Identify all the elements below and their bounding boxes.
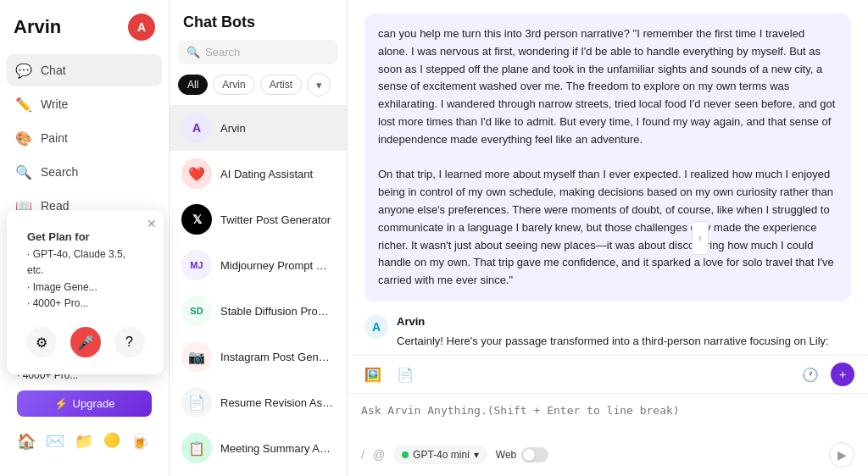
model-status-dot <box>402 451 409 458</box>
collapse-panel-button[interactable]: ‹ <box>692 221 709 255</box>
beer-icon[interactable]: 🍺 <box>131 432 149 451</box>
upgrade-plan-button[interactable]: ⚡ Upgrade <box>17 390 152 417</box>
chat-messages: can you help me turn this into 3rd perso… <box>348 0 868 355</box>
settings-button[interactable]: ⚙ <box>26 327 57 357</box>
bot-avatar-twitter: 𝕏 <box>181 204 212 235</box>
bot-item-stable-diff[interactable]: SD Stable Diffusion Promp... <box>170 288 347 334</box>
chatbots-search-bar[interactable]: 🔍 Search <box>178 40 338 64</box>
image-toolbar-button[interactable]: 🖼️ <box>361 363 385 386</box>
sidebar-item-label-search: Search <box>41 165 78 179</box>
web-toggle-switch[interactable] <box>521 447 548 462</box>
sidebar-item-label-chat: Chat <box>41 64 66 77</box>
sidebar-item-paint[interactable]: 🎨 Paint <box>7 122 162 154</box>
popup-notification: ✕ Get Plan for · GPT-4o, Claude 3.5, etc… <box>7 210 164 374</box>
bot-name-ai-dating: AI Dating Assistant <box>220 168 313 180</box>
model-chevron-icon: ▾ <box>474 449 479 461</box>
home-icon[interactable]: 🏠 <box>17 432 36 451</box>
chevron-down-icon: ▾ <box>316 79 322 91</box>
popup-detail3: · 4000+ Pro... <box>27 297 88 309</box>
sidebar-footer: 🏠 ✉️ 📁 🟡 🍺 <box>7 425 162 457</box>
sidebar-bottom: ✕ Get Plan for · GPT-4o, Claude 3.5, etc… <box>0 301 169 466</box>
at-mention-icon[interactable]: @ <box>373 448 385 462</box>
popup-plan-text: Get Plan for · GPT-4o, Claude 3.5, etc. … <box>17 220 153 320</box>
send-button[interactable]: ▶ <box>829 442 854 468</box>
user-message-1-text: can you help me turn this into 3rd perso… <box>378 27 835 146</box>
slash-command-icon[interactable]: / <box>361 448 364 462</box>
chat-toolbar-left: 🖼️ 📄 <box>361 363 417 386</box>
chatbots-title: Chat Bots <box>170 0 347 40</box>
popup-detail1: · GPT-4o, Claude 3.5, etc. <box>27 248 125 276</box>
send-icon: ▶ <box>837 448 847 462</box>
bot-item-midjourney[interactable]: MJ Midjourney Prompt Ge... <box>170 242 347 288</box>
bot-avatar-resume: 📄 <box>181 387 212 418</box>
bot-item-arvin[interactable]: A Arvin <box>170 105 347 151</box>
bot-item-tech-support[interactable]: 🛠️ Tech Support Advisor <box>170 471 347 476</box>
popup-close-button[interactable]: ✕ <box>147 217 157 230</box>
bot-response-content: Arvin Certainly! Here's your passage tra… <box>397 315 851 355</box>
user-message-1: can you help me turn this into 3rd perso… <box>364 14 851 302</box>
mic-button[interactable]: 🎤 <box>70 327 101 357</box>
bot-name-arvin: Arvin <box>220 122 246 135</box>
sidebar-item-chat[interactable]: 💬 Chat <box>7 54 162 86</box>
bot-response-avatar: A <box>364 315 388 339</box>
sidebar-item-label-write: Write <box>41 97 68 111</box>
bot-name-meeting: Meeting Summary Assi... <box>220 442 335 455</box>
folder-icon[interactable]: 📁 <box>75 432 93 451</box>
bot-item-meeting[interactable]: 📋 Meeting Summary Assi... <box>170 425 347 471</box>
input-footer-left: / @ GPT-4o mini ▾ Web <box>361 446 548 464</box>
search-placeholder: Search <box>205 46 240 58</box>
bot-avatar-midjourney: MJ <box>181 250 212 280</box>
chrome-icon[interactable]: 🟡 <box>103 432 120 451</box>
model-selector[interactable]: GPT-4o mini ▾ <box>393 446 487 464</box>
sidebar-item-search[interactable]: 🔍 Search <box>7 156 162 188</box>
chatbots-list: A Arvin ❤️ AI Dating Assistant 𝕏 Twitter… <box>170 105 347 476</box>
settings-icon: ⚙ <box>36 335 47 351</box>
new-chat-button[interactable]: + <box>831 363 854 386</box>
filter-all[interactable]: All <box>178 75 208 95</box>
filter-artist[interactable]: Artist <box>260 75 302 95</box>
sidebar-item-write[interactable]: ✏️ Write <box>7 88 162 120</box>
bot-response-name: Arvin <box>397 315 851 328</box>
bot-avatar-instagram: 📷 <box>181 341 212 372</box>
history-toolbar-button[interactable]: 🕐 <box>798 363 822 386</box>
sidebar: Arvin A 💬 Chat ✏️ Write 🎨 Paint 🔍 Search… <box>0 0 170 476</box>
bot-item-instagram[interactable]: 📷 Instagram Post Genera... <box>170 334 347 379</box>
chat-toolbar-right: 🕐 + <box>798 363 854 386</box>
bot-response-intro: Certainly! Here's your passage transform… <box>397 333 851 351</box>
write-icon: ✏️ <box>15 96 32 113</box>
user-avatar[interactable]: A <box>128 14 155 41</box>
plan-btn-icon: ⚡ <box>54 397 68 410</box>
bot-avatar-arvin: A <box>181 113 212 143</box>
filter-more-button[interactable]: ▾ <box>307 73 331 97</box>
bot-item-ai-dating[interactable]: ❤️ AI Dating Assistant <box>170 151 347 196</box>
bot-avatar-meeting: 📋 <box>181 433 212 463</box>
chat-input-field[interactable] <box>361 401 854 434</box>
bot-name-instagram: Instagram Post Genera... <box>220 351 335 363</box>
popup-detail2: · Image Gene... <box>27 281 97 293</box>
web-toggle[interactable]: Web <box>496 447 548 462</box>
search-icon: 🔍 <box>186 46 200 58</box>
popup-plan-label: Get Plan for <box>27 230 90 243</box>
plus-icon: + <box>839 368 846 381</box>
popup-icons: ⚙ 🎤 ? <box>17 320 153 364</box>
bot-message-1: A Arvin Certainly! Here's your passage t… <box>364 315 851 355</box>
model-name: GPT-4o mini <box>413 449 470 461</box>
bot-avatar-stable-diff: SD <box>181 296 212 326</box>
image-toolbar-icon: 🖼️ <box>364 367 381 383</box>
help-icon: ? <box>125 335 133 350</box>
sidebar-item-label-paint: Paint <box>41 131 68 145</box>
bot-item-twitter[interactable]: 𝕏 Twitter Post Generator <box>170 196 347 242</box>
file-toolbar-icon: 📄 <box>397 367 414 383</box>
bot-name-stable-diff: Stable Diffusion Promp... <box>220 305 335 318</box>
bot-item-resume[interactable]: 📄 Resume Revision Assist... <box>170 379 347 425</box>
user-message-1-text-p2: On that trip, I learned more about mysel… <box>378 168 834 286</box>
filter-arvin[interactable]: Arvin <box>213 75 254 95</box>
search-icon: 🔍 <box>15 163 32 180</box>
mail-icon[interactable]: ✉️ <box>46 432 64 451</box>
chat-input-footer: / @ GPT-4o mini ▾ Web ▶ <box>361 437 854 469</box>
file-toolbar-button[interactable]: 📄 <box>393 363 417 386</box>
chat-area: can you help me turn this into 3rd perso… <box>348 0 868 476</box>
help-button[interactable]: ? <box>114 327 145 357</box>
bot-name-twitter: Twitter Post Generator <box>220 213 331 226</box>
bot-name-resume: Resume Revision Assist... <box>220 396 335 409</box>
